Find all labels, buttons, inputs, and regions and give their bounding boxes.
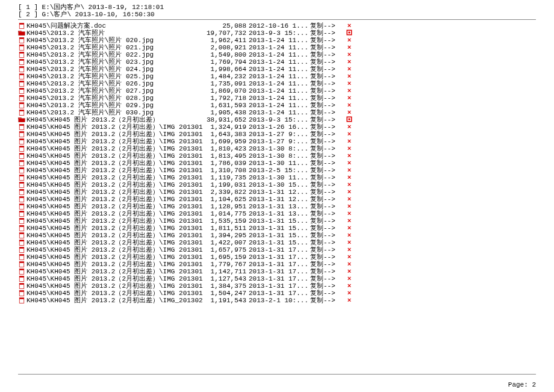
file-icon: [18, 217, 25, 225]
file-icon: [18, 268, 25, 275]
file-size: 1,810,423: [203, 145, 246, 152]
header-line-2: [ 2 ] G:\客户\ 2013-10-10, 16:50:30: [18, 11, 536, 18]
action-label: 复制-->: [309, 275, 343, 282]
file-size: 1,127,543: [203, 275, 246, 282]
status-x-icon: ×: [343, 290, 355, 297]
status-x-icon: ×: [343, 268, 355, 275]
svg-rect-69: [19, 247, 24, 249]
file-date: 2013-1-31 15...: [246, 217, 309, 225]
file-date: 2013-1-24 11...: [246, 87, 309, 95]
file-size: 1,199,031: [203, 181, 246, 188]
svg-rect-51: [19, 182, 24, 184]
file-row: KH045\2013.2 汽车照片\照片 029.jpg1,631,593201…: [18, 102, 536, 109]
svg-rect-24: [19, 96, 24, 97]
file-row: KH045\KH045 图片 2013.2（2月初出差）\IMG 201301:…: [18, 160, 536, 167]
status-x-icon: ×: [343, 196, 355, 203]
file-name: KH045\KH045 图片 2013.2（2月初出差）\IMG 201301:: [26, 217, 203, 225]
file-size: 1,128,951: [203, 203, 246, 210]
status-x-icon: ×: [343, 44, 355, 51]
action-label: 复制-->: [309, 246, 343, 254]
file-date: 2013-1-24 11...: [246, 95, 309, 102]
svg-rect-53: [19, 190, 24, 191]
file-name: KH045\KH045 图片 2013.2（2月初出差）\IMG 201301:: [26, 181, 203, 188]
file-row: KH045\KH045 图片 2013.2（2月初出差）38,931,65220…: [18, 116, 536, 123]
file-icon: [18, 138, 25, 145]
file-row: KH045\2013.2 汽车照片\照片 020.jpg1,962,411201…: [18, 37, 536, 44]
action-label: 复制-->: [309, 51, 343, 58]
svg-rect-8: [19, 38, 24, 39]
file-name: KH045\KH045 图片 2013.2（2月初出差）\IMG 201301:: [26, 246, 203, 254]
file-name: KH045\KH045 图片 2013.2（2月初出差）\IMG 201301:: [26, 174, 203, 181]
file-row: KH045\2013.2 汽车照片\照片 026.jpg1,735,091201…: [18, 80, 536, 87]
svg-rect-83: [19, 298, 24, 299]
action-label: 复制-->: [309, 174, 343, 181]
status-x-icon: ×: [343, 80, 355, 87]
action-label: 复制-->: [309, 297, 343, 304]
file-date: 2013-1-24 11...: [246, 66, 309, 73]
status-x-icon: ×: [343, 181, 355, 188]
file-icon: [18, 297, 25, 304]
file-date: 2013-1-31 17...: [246, 254, 309, 261]
file-icon: [18, 167, 25, 174]
file-date: 2013-1-24 11...: [246, 73, 309, 80]
file-icon: [18, 37, 25, 44]
file-icon: [18, 232, 25, 239]
svg-rect-59: [19, 211, 24, 213]
action-label: 复制-->: [309, 282, 343, 290]
file-size: 1,119,735: [203, 174, 246, 181]
svg-rect-28: [19, 110, 24, 111]
action-label: 复制-->: [309, 210, 343, 217]
file-date: 2013-1-24 11...: [246, 51, 309, 58]
status-x-icon: ×: [343, 73, 355, 80]
file-size: 19,707,732: [203, 30, 246, 37]
file-name: KH045\2013.2 汽车照片\照片 028.jpg: [26, 95, 203, 102]
file-row: KH045\KH045 图片 2013.2（2月初出差）\IMG 201301:…: [18, 275, 536, 282]
file-row: KH045\KH045 图片 2013.2（2月初出差）\IMG 201301:…: [18, 196, 536, 203]
file-row: KH045\KH045 图片 2013.2（2月初出差）\IMG 201301:…: [18, 261, 536, 268]
file-name: KH045\KH045 图片 2013.2（2月初出差）\IMG 201301:: [26, 152, 203, 160]
action-label: 复制-->: [309, 131, 343, 138]
status-x-icon: ×: [343, 87, 355, 95]
svg-rect-39: [19, 139, 24, 140]
svg-rect-79: [19, 284, 24, 285]
file-row: KH045\2013.2 汽车照片\照片 022.jpg1,549,800201…: [18, 51, 536, 58]
file-date: 2013-1-24 11...: [246, 58, 309, 66]
file-row: KH045\KH045 图片 2013.2（2月初出差）\IMG 201301:…: [18, 239, 536, 246]
file-size: 1,699,959: [203, 138, 246, 145]
file-size: 1,014,775: [203, 210, 246, 217]
file-icon: [18, 51, 25, 58]
file-icon: [18, 160, 25, 167]
file-date: 2013-1-31 17...: [246, 275, 309, 282]
file-icon: [18, 44, 25, 51]
file-size: 2,339,822: [203, 188, 246, 196]
file-size: 1,786,039: [203, 160, 246, 167]
svg-rect-49: [19, 175, 24, 176]
file-row: KH045\KH045 图片 2013.2（2月初出差）\IMG 201301:…: [18, 123, 536, 131]
action-label: 复制-->: [309, 167, 343, 174]
status-x-icon: ×: [343, 261, 355, 268]
file-row: KH045\2013.2 汽车照片\照片 025.jpg1,484,232201…: [18, 73, 536, 80]
svg-rect-16: [19, 67, 24, 68]
action-label: 复制-->: [309, 44, 343, 51]
file-row: KH045\KH045 图片 2013.2（2月初出差）\IMG 201301:…: [18, 217, 536, 225]
status-x-icon: ×: [343, 37, 355, 44]
status-x-icon: ×: [343, 254, 355, 261]
file-name: KH045\KH045 图片 2013.2（2月初出差）\IMG_201302(: [26, 297, 203, 304]
file-icon: [18, 261, 25, 268]
file-date: 2013-1-27 9:...: [246, 131, 309, 138]
svg-rect-26: [19, 103, 24, 104]
file-name: KH045\KH045 图片 2013.2（2月初出差）\IMG 201301:: [26, 203, 203, 210]
svg-rect-47: [19, 168, 24, 169]
file-date: 2013-1-30 11...: [246, 160, 309, 167]
file-name: KH045\KH045 图片 2013.2（2月初出差）\IMG 201301:: [26, 261, 203, 268]
file-row: KH045\KH045 图片 2013.2（2月初出差）\IMG 201301:…: [18, 203, 536, 210]
action-label: 复制-->: [309, 87, 343, 95]
status-x-icon: ×: [343, 95, 355, 102]
file-name: KH045\KH045 图片 2013.2（2月初出差）\IMG 201301:: [26, 167, 203, 174]
file-size: 1,998,664: [203, 66, 246, 73]
header-line-1: [ 1 ] E:\国内客户\ 2013-8-19, 12:18:01: [18, 4, 536, 11]
action-label: 复制-->: [309, 152, 343, 160]
action-label: 复制-->: [309, 66, 343, 73]
action-label: 复制-->: [309, 268, 343, 275]
status-x-icon: ×: [343, 188, 355, 196]
